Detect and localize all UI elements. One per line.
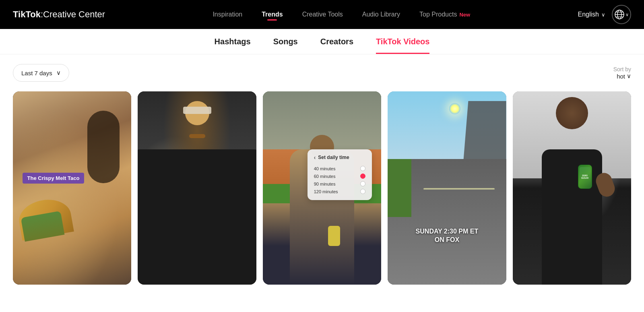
header: TikTok:Creative Center Inspiration Trend… — [0, 0, 644, 29]
videos-grid: The Crispy Melt Taco — [0, 88, 644, 298]
popup-title: Set daily time — [318, 155, 349, 160]
language-label: English — [578, 11, 599, 18]
radio-120 — [360, 189, 365, 194]
card-4-track-text: SUNDAY 2:30 PM ETON FOX — [394, 227, 500, 244]
daily-time-popup: ‹ Set daily time 40 minutes 60 minutes 9… — [308, 149, 372, 200]
date-filter-label: Last 7 days — [21, 70, 52, 76]
chevron-down-icon: ∨ — [601, 12, 605, 18]
video-thumbnail-4: SUNDAY 2:30 PM ETON FOX — [388, 91, 506, 285]
radio-60 — [360, 174, 365, 179]
mustache — [189, 134, 205, 138]
radio-40 — [360, 166, 365, 171]
sub-nav-hashtags[interactable]: Hashtags — [215, 37, 251, 54]
sort-by-value[interactable]: hot ∨ — [617, 72, 631, 80]
video-card-1[interactable]: The Crispy Melt Taco — [13, 91, 131, 285]
video-thumbnail-5: ZEROSUGAR — [513, 91, 631, 285]
person-silhouette — [87, 111, 120, 183]
person-body-5 — [542, 149, 602, 285]
phone — [328, 226, 340, 246]
nav-item-top-products[interactable]: Top Products New — [419, 11, 470, 18]
card-1-overlay-text: The Crispy Melt Taco — [23, 173, 85, 184]
video-thumbnail-2 — [138, 91, 256, 285]
video-thumbnail-3: ‹ Set daily time 40 minutes 60 minutes 9… — [263, 91, 381, 285]
popup-option-3: 90 minutes — [314, 180, 365, 188]
chevron-down-icon-date: ∨ — [56, 69, 61, 76]
nav-item-audio-library[interactable]: Audio Library — [362, 11, 400, 18]
popup-option-1: 40 minutes — [314, 165, 365, 172]
video-card-4[interactable]: SUNDAY 2:30 PM ETON FOX — [388, 91, 506, 285]
sub-nav-tiktok-videos[interactable]: TikTok Videos — [376, 37, 429, 54]
logo-tiktok: TikTok — [13, 9, 41, 20]
sub-nav-creators[interactable]: Creators — [320, 37, 353, 54]
video-card-2[interactable] — [138, 91, 256, 285]
logo-subtitle: Creative Center — [43, 9, 105, 20]
popup-option-2: 60 minutes — [314, 172, 365, 180]
can-text: ZEROSUGAR — [581, 174, 588, 179]
nav-item-trends[interactable]: Trends — [262, 11, 283, 18]
main-nav: Inspiration Trends Creative Tools Audio … — [121, 11, 561, 18]
sub-nav: Hashtags Songs Creators TikTok Videos — [0, 29, 644, 54]
video-card-5[interactable]: ZEROSUGAR — [513, 91, 631, 285]
video-card-3[interactable]: ‹ Set daily time 40 minutes 60 minutes 9… — [263, 91, 381, 285]
video-thumbnail-1: The Crispy Melt Taco — [13, 91, 131, 285]
sun — [449, 103, 460, 114]
date-filter-dropdown[interactable]: Last 7 days ∨ — [13, 64, 69, 82]
nav-item-inspiration[interactable]: Inspiration — [213, 11, 242, 18]
green-can: ZEROSUGAR — [578, 165, 592, 189]
sort-by-label: Sort by — [613, 66, 631, 72]
shirt — [138, 149, 256, 285]
radio-90 — [360, 181, 365, 186]
globe-icon — [614, 9, 625, 20]
chevron-down-icon-sort: ∨ — [627, 72, 631, 80]
controls-bar: Last 7 days ∨ Sort by hot ∨ — [0, 54, 644, 88]
sub-nav-songs[interactable]: Songs — [273, 37, 298, 54]
chevron-down-icon-globe: ∨ — [625, 12, 629, 17]
globe-button[interactable]: ∨ — [612, 5, 631, 24]
logo[interactable]: TikTok:Creative Center — [13, 9, 105, 20]
grass-edge — [388, 159, 411, 217]
popup-header: ‹ Set daily time — [314, 154, 365, 161]
person-head-5 — [556, 97, 588, 129]
popup-option-4: 120 minutes — [314, 188, 365, 195]
header-right: English ∨ ∨ — [578, 5, 631, 24]
road-marking — [423, 188, 494, 189]
badge-new: New — [459, 12, 470, 18]
bandana — [183, 107, 211, 114]
nav-item-creative-tools[interactable]: Creative Tools — [302, 11, 343, 18]
sort-by-control[interactable]: Sort by hot ∨ — [613, 66, 631, 80]
language-selector[interactable]: English ∨ — [578, 11, 605, 18]
